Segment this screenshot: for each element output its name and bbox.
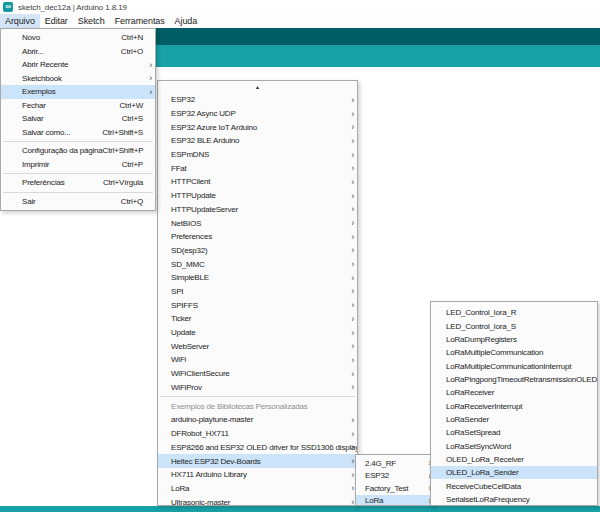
menu-item-label: LoRa (171, 484, 189, 493)
menu-item-label: SD(esp32) (171, 246, 207, 255)
menu-item-oled-lora-receiver[interactable]: OLED_LoRa_Receiver (431, 453, 597, 466)
menu-item-salvar[interactable]: SalvarCtrl+S (1, 112, 155, 126)
menu-separator (3, 173, 153, 174)
menu-item-webserver[interactable]: WebServer› (158, 339, 357, 353)
menu-item-salvar-como[interactable]: Salvar como...Ctrl+Shift+S (1, 126, 155, 140)
chevron-right-icon: › (351, 414, 354, 424)
menu-item-label: ESP32 (365, 471, 389, 480)
menu-item-wifiprov[interactable]: WiFiProv› (158, 380, 357, 394)
chevron-right-icon: › (351, 176, 354, 186)
menu-item-preferences[interactable]: Preferences› (158, 230, 357, 244)
menu-item-label: arduino-playtune-master (171, 415, 253, 424)
menu-item-oled-lora-sender[interactable]: OLED_LoRa_Sender (431, 466, 597, 479)
menu-item-loradumpregisters[interactable]: LoRaDumpRegisters (431, 333, 597, 346)
menu-item-netbios[interactable]: NetBIOS› (158, 216, 357, 230)
menu-item-led-control-lora-s[interactable]: LED_Control_lora_S (431, 319, 597, 332)
menu-item-label: Sketchbook (22, 74, 62, 83)
menu-item-hx711-arduino-library[interactable]: HX711 Arduino Library› (158, 468, 357, 482)
menu-item-prefer-ncias[interactable]: PreferênciasCtrl+Vírgula (1, 176, 155, 190)
menubar-item-ajuda[interactable]: Ajuda (170, 14, 203, 28)
menu-item-dfrobot-hx711[interactable]: DFRobot_HX711› (158, 427, 357, 441)
menu-item-loramultiplecommunication[interactable]: LoRaMultipleCommunication (431, 346, 597, 359)
menu-item-ticker[interactable]: Ticker› (158, 312, 357, 326)
menu-item-sd-mmc[interactable]: SD_MMC› (158, 257, 357, 271)
chevron-right-icon: › (351, 300, 354, 310)
menu-item-lorareceiverinterrupt[interactable]: LoRaReceiverInterrupt (431, 399, 597, 412)
menu-item-sair[interactable]: SairCtrl+Q (1, 195, 155, 209)
menu-item-label: Salvar (22, 114, 43, 123)
menu-item-sketchbook[interactable]: Sketchbook› (1, 72, 155, 86)
menubar-item-arquivo[interactable]: Arquivo (0, 14, 40, 28)
menu-item-httpupdate[interactable]: HTTPUpdate› (158, 189, 357, 203)
menu-item-loramultiplecommunicationinterrupt[interactable]: LoRaMultipleCommunicationInterrupt (431, 359, 597, 372)
menu-item-spiffs[interactable]: SPIFFS› (158, 298, 357, 312)
menu-item-httpclient[interactable]: HTTPClient› (158, 175, 357, 189)
shortcut-label: Ctrl+N (121, 33, 143, 42)
menu-item-ffat[interactable]: FFat› (158, 161, 357, 175)
chevron-right-icon: › (351, 286, 354, 296)
menu-bar: ArquivoEditarSketchFerramentasAjuda (0, 14, 600, 28)
chevron-right-icon: › (351, 163, 354, 173)
menu-item-label: Update (171, 328, 196, 337)
menu-item-label: HTTPClient (171, 177, 210, 186)
menu-item-lora[interactable]: LoRa› (356, 495, 434, 507)
menu-item-lorapingpongtimeoutretransmissionoled[interactable]: LoRaPingpongTimeoutRetransmissionOLED (431, 373, 597, 386)
menu-item-label: WiFi (171, 355, 186, 364)
menu-item-fechar[interactable]: FecharCtrl+W (1, 99, 155, 113)
menu-item-lorareceiver[interactable]: LoRaReceiver (431, 386, 597, 399)
menu-item-label: SerialsetLoRaFrequency (446, 495, 530, 504)
menu-item-label: Sair (22, 197, 35, 206)
menu-item-imprimir[interactable]: ImprimirCtrl+P (1, 158, 155, 172)
chevron-right-icon: › (351, 382, 354, 392)
menu-item-wifi[interactable]: WiFi› (158, 353, 357, 367)
menu-item-novo[interactable]: NovoCtrl+N (1, 31, 155, 45)
menu-item-esp32-async-udp[interactable]: ESP32 Async UDP› (158, 107, 357, 121)
menu-item-lorasetspread[interactable]: LoRaSetSpread (431, 426, 597, 439)
heltec-dev-boards-menu: 2.4G_RF›ESP32›Factory_Test›LoRa› (355, 454, 435, 506)
menu-item-label: 2.4G_RF (365, 459, 396, 468)
scroll-up-control[interactable]: ▲ (158, 81, 357, 93)
menu-item-label: WebServer (171, 342, 209, 351)
menu-item-2-4g-rf[interactable]: 2.4G_RF› (356, 457, 434, 470)
menu-item-led-control-lora-r[interactable]: LED_Control_lora_R (431, 306, 597, 319)
chevron-right-icon: › (351, 190, 354, 200)
menubar-item-sketch[interactable]: Sketch (73, 14, 110, 28)
menu-item-esp32[interactable]: ESP32› (158, 93, 357, 107)
chevron-right-icon: › (351, 218, 354, 228)
menu-item-httpupdateserver[interactable]: HTTPUpdateServer› (158, 203, 357, 217)
menu-item-spi[interactable]: SPI› (158, 285, 357, 299)
menu-item-update[interactable]: Update› (158, 326, 357, 340)
menu-item-heltec-esp32-dev-boards[interactable]: Heltec ESP32 Dev-Boards› (158, 454, 357, 468)
menu-item-espmdns[interactable]: ESPmDNS› (158, 148, 357, 162)
shortcut-label: Ctrl+P (122, 160, 143, 169)
menu-item-exemplos[interactable]: Exemplos› (1, 85, 155, 99)
menu-item-label: LoRaDumpRegisters (446, 335, 517, 344)
menubar-item-ferramentas[interactable]: Ferramentas (110, 14, 170, 28)
menu-item-label: HX711 Arduino Library (171, 470, 247, 479)
menu-item-esp32[interactable]: ESP32› (356, 470, 434, 483)
menu-item-wificlientsecure[interactable]: WiFiClientSecure› (158, 367, 357, 381)
menu-item-factory-test[interactable]: Factory_Test› (356, 482, 434, 495)
menu-item-esp8266-and-esp32-oled-driver-for-ssd1306-displays[interactable]: ESP8266 and ESP32 OLED driver for SSD130… (158, 441, 357, 455)
chevron-right-icon: › (351, 456, 354, 466)
menu-item-receivecubecelldata[interactable]: ReceiveCubeCellData (431, 479, 597, 492)
menu-item-ultrasonic-master[interactable]: Ultrasonic-master› (158, 495, 357, 506)
menu-item-esp32-ble-arduino[interactable]: ESP32 BLE Arduino› (158, 134, 357, 148)
chevron-right-icon: › (351, 327, 354, 337)
menu-item-lorasender[interactable]: LoRaSender (431, 413, 597, 426)
menu-item-lorasetsyncword[interactable]: LoRaSetSyncWord (431, 439, 597, 452)
menubar-item-editar[interactable]: Editar (40, 14, 73, 28)
menu-item-abrir-recente[interactable]: Abrir Recente› (1, 58, 155, 72)
menu-item-sd-esp32[interactable]: SD(esp32)› (158, 244, 357, 258)
chevron-right-icon: › (351, 354, 354, 364)
menu-item-configura-o-da-p-gina[interactable]: Configuração da páginaCtrl+Shift+P (1, 144, 155, 158)
menu-item-lora[interactable]: LoRa› (158, 482, 357, 496)
menu-item-arduino-playtune-master[interactable]: arduino-playtune-master› (158, 413, 357, 427)
menu-item-simpleble[interactable]: SimpleBLE› (158, 271, 357, 285)
chevron-right-icon: › (351, 259, 354, 269)
menu-item-abrir[interactable]: Abrir...Ctrl+O (1, 45, 155, 59)
custom-libraries-header: Exemplos de Bibliotecas Personalizadas (158, 399, 357, 413)
menu-item-serialsetlorafrequency[interactable]: SerialsetLoRaFrequency (431, 493, 597, 506)
menu-item-esp32-azure-iot-arduino[interactable]: ESP32 Azure IoT Arduino› (158, 120, 357, 134)
window-title: sketch_dec12a | Arduino 1.8.19 (18, 3, 127, 12)
